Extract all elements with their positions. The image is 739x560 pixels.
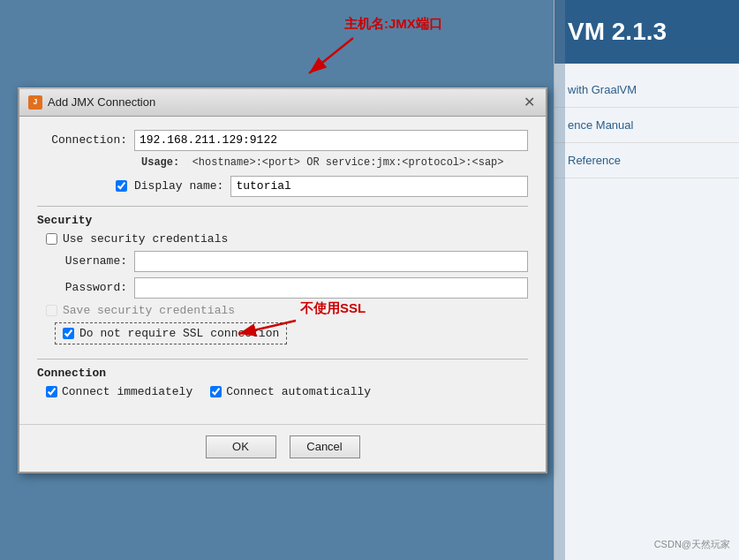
save-credentials-label: Save security credentials [63,304,235,317]
username-row: Username: [37,251,528,272]
connection-section-header: Connection [37,359,528,380]
connection-row: Connection: [37,130,528,151]
bg-menu-item-1[interactable]: with GraalVM [554,72,739,108]
ssl-wrapper: Do not require SSL connection [46,322,528,350]
bg-menu-item-3[interactable]: Reference [554,143,739,178]
button-row: OK Cancel [19,424,546,472]
vm-version-text: VM 2.1.3 [568,18,667,45]
ssl-label: Do not require SSL connection [79,327,279,340]
ok-button[interactable]: OK [206,435,276,458]
title-bar-left: J Add JMX Connection [28,95,155,110]
usage-format: <hostname>:<port> OR service:jmx:<protoc… [192,156,504,169]
background-panel: VM 2.1.3 with GraalVM ence Manual Refere… [554,0,739,560]
use-credentials-row: Use security credentials [37,232,528,246]
add-jmx-dialog: J Add JMX Connection ✕ Connection: Usage… [18,87,547,473]
connect-automatically-label: Connect automatically [226,385,371,398]
dialog-icon: J [28,95,42,110]
connect-options-row: Connect immediately Connect automaticall… [37,385,528,398]
bg-panel-menu: with GraalVM ence Manual Reference [554,64,739,187]
username-input[interactable] [134,251,528,272]
connect-immediately-item: Connect immediately [46,385,192,398]
display-name-row: Display name: [37,176,528,197]
password-row: Password: [37,277,528,299]
password-label: Password: [37,281,134,294]
save-credentials-row: Save security credentials [37,304,528,317]
connect-automatically-item: Connect automatically [210,385,371,398]
dialog-title: Add JMX Connection [48,95,155,109]
display-name-label: Display name: [134,179,230,193]
vm-header: VM 2.1.3 [554,0,739,64]
connect-immediately-checkbox[interactable] [46,386,57,397]
bg-menu-item-2[interactable]: ence Manual [554,108,739,143]
display-name-input[interactable] [230,176,528,197]
username-label: Username: [37,254,134,268]
use-credentials-checkbox[interactable] [46,233,57,245]
dialog-body: Connection: Usage: <hostname>:<port> OR … [19,117,546,417]
usage-prefix: Usage: [141,156,179,169]
ssl-checkbox[interactable] [63,328,74,339]
save-credentials-checkbox[interactable] [46,305,57,316]
connect-immediately-label: Connect immediately [62,385,192,398]
use-credentials-label: Use security credentials [63,232,228,246]
cancel-button[interactable]: Cancel [290,435,360,458]
dialog-overlay: J Add JMX Connection ✕ Connection: Usage… [0,0,565,560]
footer-text: CSDN@天然玩家 [654,538,730,551]
connect-automatically-checkbox[interactable] [210,386,222,397]
title-icon-text: J [33,98,37,107]
display-name-checkbox[interactable] [116,180,127,192]
usage-text: Usage: <hostname>:<port> OR service:jmx:… [141,156,528,169]
connection-input[interactable] [134,130,528,151]
security-section-header: Security [37,206,528,227]
ssl-row: Do not require SSL connection [55,322,287,344]
password-input[interactable] [134,277,528,299]
connection-label: Connection: [37,133,134,147]
dialog-title-bar: J Add JMX Connection ✕ [19,89,546,117]
close-button[interactable]: ✕ [521,95,537,110]
